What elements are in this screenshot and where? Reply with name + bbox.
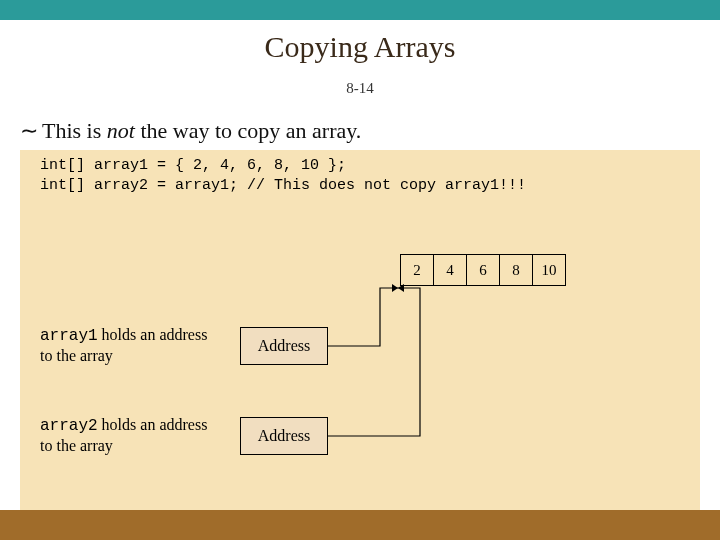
array-visual: 2 4 6 8 10 (400, 254, 566, 286)
slide-number: 8-14 (0, 80, 720, 97)
array-cell: 6 (467, 255, 500, 285)
slide-title: Copying Arrays (0, 30, 720, 64)
code-block: int[] array1 = { 2, 4, 6, 8, 10 }; int[]… (40, 156, 690, 196)
body-sentence: ∼This is not the way to copy an array. (20, 118, 700, 144)
address-box-2: Address (240, 417, 328, 455)
array2-name: array2 (40, 417, 98, 435)
body-suffix: the way to copy an array. (135, 118, 361, 143)
array1-name: array1 (40, 327, 98, 345)
body-emph: not (107, 118, 135, 143)
slide: Copying Arrays 8-14 ∼This is not the way… (0, 0, 720, 540)
code-panel: int[] array1 = { 2, 4, 6, 8, 10 }; int[]… (20, 150, 700, 510)
code-line-2: int[] array2 = array1; // This does not … (40, 177, 526, 194)
svg-marker-0 (392, 284, 398, 292)
address-box-1: Address (240, 327, 328, 365)
top-accent-band (0, 0, 720, 20)
body-prefix: This is (42, 118, 107, 143)
bullet-glyph: ∼ (20, 118, 38, 143)
array-cell: 8 (500, 255, 533, 285)
array2-label: array2 holds an address to the array (40, 415, 220, 456)
code-line-1: int[] array1 = { 2, 4, 6, 8, 10 }; (40, 157, 346, 174)
bottom-accent-band (0, 510, 720, 540)
array1-label: array1 holds an address to the array (40, 325, 220, 366)
array-cell: 10 (533, 255, 565, 285)
array-cell: 2 (401, 255, 434, 285)
array-cell: 4 (434, 255, 467, 285)
